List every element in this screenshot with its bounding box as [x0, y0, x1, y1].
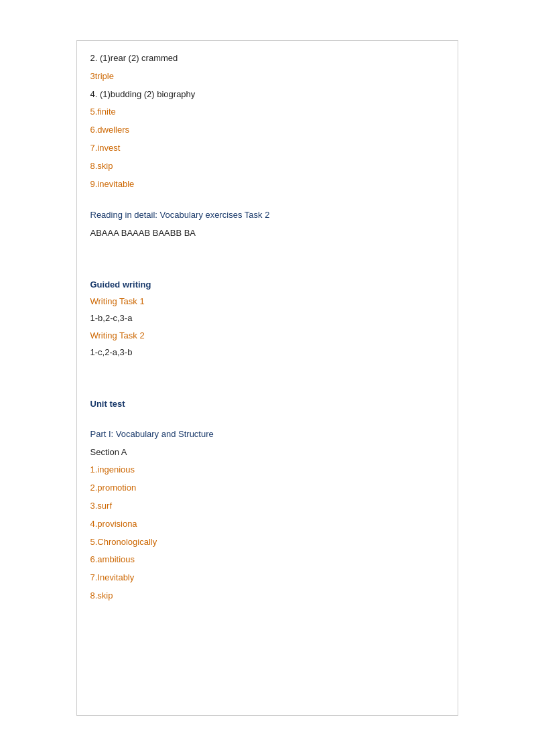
line-1: 2. (1)rear (2) crammed	[90, 52, 444, 66]
unit-item-1: 1.ingenious	[90, 463, 444, 477]
writing-task2-answer: 1-c,2-a,3-b	[90, 346, 444, 360]
line-5: 6.dwellers	[90, 123, 444, 137]
writing-task2-label: Writing Task 2	[90, 329, 444, 343]
line-6: 7.invest	[90, 141, 444, 155]
unit-item-3: 3.surf	[90, 499, 444, 513]
vocab-section-heading: Reading in detail: Vocabulary exercises …	[90, 208, 444, 223]
line-3: 4. (1)budding (2) biography	[90, 88, 444, 102]
unit-item-8: 8.skip	[90, 589, 444, 603]
unit-item-5: 5.Chronologically	[90, 536, 444, 550]
writing-task1-answer: 1-b,2-c,3-a	[90, 312, 444, 326]
unit-item-2: 2.promotion	[90, 481, 444, 495]
writing-task1-label: Writing Task 1	[90, 295, 444, 309]
unit-test-heading: Unit test	[90, 397, 444, 412]
line-8: 9.inevitable	[90, 178, 444, 192]
part1-label: Part I: Vocabulary and Structure	[90, 428, 444, 442]
content-box: 2. (1)rear (2) crammed 3triple 4. (1)bud…	[76, 40, 458, 716]
guided-writing-heading: Guided writing	[90, 278, 444, 292]
unit-item-6: 6.ambitious	[90, 553, 444, 567]
line-2: 3triple	[90, 70, 444, 84]
section-a-label: Section A	[90, 446, 444, 460]
unit-item-7: 7.Inevitably	[90, 571, 444, 585]
unit-item-4: 4.provisiona	[90, 517, 444, 531]
vocab-answer: ABAAA BAAAB BAABB BA	[90, 227, 444, 241]
line-4: 5.finite	[90, 105, 444, 119]
line-7: 8.skip	[90, 160, 444, 174]
